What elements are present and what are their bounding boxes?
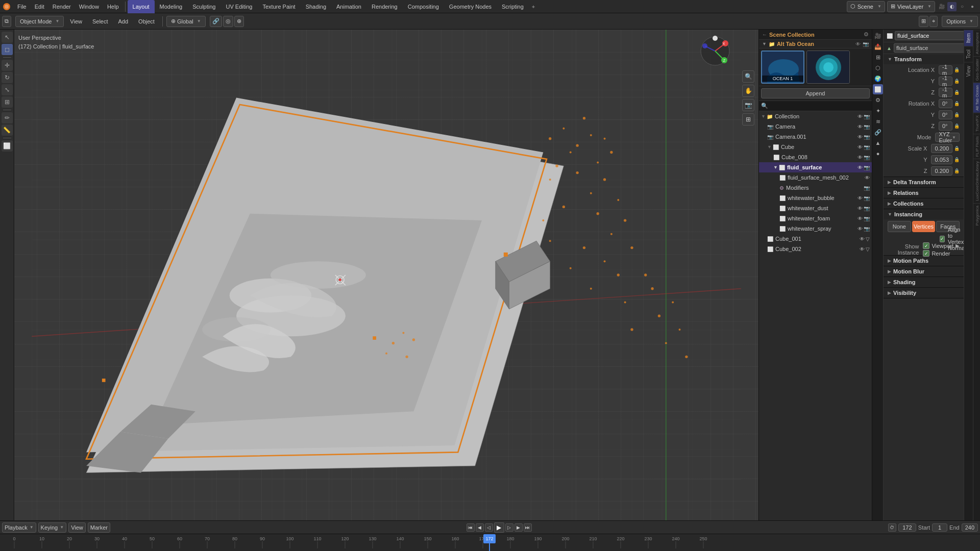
transform-header[interactable]: ▼ Transform <box>884 54 964 64</box>
cursor-tool[interactable]: ↖ <box>2 32 13 43</box>
tab-texture-paint[interactable]: Texture Paint <box>257 0 300 13</box>
scene-props-icon[interactable]: ⬡ <box>873 63 883 73</box>
view-tl-dropdown[interactable]: View <box>68 522 86 533</box>
append-button[interactable]: Append <box>761 88 870 98</box>
viewport-shading-render[interactable]: ● <box>968 2 977 11</box>
rot-lock-z-btn[interactable]: 🔒 <box>954 123 960 129</box>
options-btn[interactable]: Options ▼ <box>942 16 978 27</box>
grid-view-btn[interactable]: ⊞ <box>742 113 754 126</box>
viewlayer-dropdown[interactable]: ⊞ ViewLayer ▼ <box>887 1 935 12</box>
pan-btn[interactable]: ✋ <box>742 85 754 97</box>
viewport-shading-solid[interactable]: ◐ <box>947 2 957 11</box>
move-tool[interactable]: ✛ <box>2 60 13 71</box>
ol-item-collection[interactable]: ▼ 📁 Collection 👁 📷 <box>759 111 872 121</box>
rot-lock-x-btn[interactable]: 🔒 <box>954 101 960 106</box>
camera-btn[interactable]: 📷 <box>742 99 754 111</box>
scene-dropdown[interactable]: ⬡ Scene ▼ <box>847 1 885 12</box>
viewport-arrow[interactable]: ▶ <box>955 243 960 248</box>
scale-lock-y-btn[interactable]: 🔒 <box>954 157 960 162</box>
location-y-value[interactable]: -1 m <box>939 77 952 86</box>
vt-item-tab[interactable]: Item <box>964 30 973 46</box>
material-icon[interactable]: ● <box>873 148 883 159</box>
align-vertex-normal-cb[interactable] <box>940 236 945 242</box>
menu-render[interactable]: Render <box>48 0 75 13</box>
outliner-search-input[interactable] <box>770 103 870 109</box>
render-icon[interactable]: 📷 <box>863 41 869 47</box>
editor-type-button[interactable]: ⧉ <box>2 16 11 27</box>
view-menu[interactable]: View <box>66 15 86 28</box>
ol-item-camera[interactable]: 📷 Camera 👁 📷 <box>759 121 872 132</box>
data-name-input[interactable] <box>894 43 964 53</box>
jump-start-btn[interactable]: ⏮ <box>467 523 475 532</box>
collections-header[interactable]: ▶ Collections <box>884 198 964 209</box>
tab-rendering[interactable]: Rendering <box>366 0 403 13</box>
add-workspace-button[interactable]: + <box>529 4 538 10</box>
rotate-tool[interactable]: ↻ <box>2 72 13 83</box>
playback-dropdown[interactable]: Playback ▼ <box>2 522 36 533</box>
ol-item-whitewater-foam[interactable]: ⬜ whitewater_foam 👁 📷 <box>759 213 872 223</box>
scale-lock-x-btn[interactable]: 🔒 <box>954 146 960 151</box>
start-frame-input[interactable]: 1 <box>932 523 947 532</box>
modifier-props-icon[interactable]: ⚙ <box>873 95 883 105</box>
constraints-icon[interactable]: 🔗 <box>873 127 883 137</box>
ss-alt-tab[interactable]: All Tab Ocean <box>973 83 980 113</box>
motion-blur-header[interactable]: ▶ Motion Blur <box>884 266 964 277</box>
rotation-y-value[interactable]: 0° <box>939 110 952 119</box>
ol-item-fluid-mesh[interactable]: ⬜ fluid_surface_mesh_002 👁 <box>759 172 872 183</box>
ol-item-camera-001[interactable]: 📷 Camera.001 👁 📷 <box>759 132 872 142</box>
tab-shading[interactable]: Shading <box>301 0 331 13</box>
ss-flip-fluids[interactable]: FLIP Fluids <box>973 134 980 159</box>
zoom-in-btn[interactable]: 🔍 <box>742 70 754 83</box>
thumb-ocean1[interactable]: OCEAN 1 <box>761 51 804 84</box>
tab-layout[interactable]: Layout <box>128 0 155 13</box>
delta-transform-header[interactable]: ▶ Delta Transform <box>884 177 964 187</box>
jump-end-btn[interactable]: ⏭ <box>524 523 532 532</box>
ol-item-cube001[interactable]: ⬜ Cube_001 👁 ▽ <box>759 234 872 244</box>
ss-geo-scatter[interactable]: Geo-Scatter <box>973 56 980 83</box>
instancing-vertices-btn[interactable]: Vertices <box>912 221 936 232</box>
viewport[interactable]: User Perspective (172) Collection | flui… <box>14 30 758 520</box>
menu-edit[interactable]: Edit <box>31 0 48 13</box>
render-instance-cb[interactable] <box>923 250 929 257</box>
object-menu[interactable]: Object <box>134 15 159 28</box>
rotation-mode-dropdown[interactable]: XYZ Euler ▼ <box>935 133 960 142</box>
select-box-tool[interactable]: ◻ <box>2 44 13 55</box>
ol-item-whitewater-spray[interactable]: ⬜ whitewater_spray 👁 📷 <box>759 223 872 234</box>
lock-z-btn[interactable]: 🔒 <box>954 90 960 95</box>
eye-icon[interactable]: 👁 <box>855 41 861 47</box>
world-props-icon[interactable]: 🌍 <box>873 73 883 84</box>
tab-sculpting[interactable]: Sculpting <box>187 0 220 13</box>
transform-pivot-btn[interactable]: ⊕ <box>234 16 244 27</box>
particles-icon[interactable]: ✦ <box>873 106 883 116</box>
location-z-value[interactable]: -1 m <box>939 88 952 97</box>
select-menu[interactable]: Select <box>88 15 112 28</box>
tab-geometry-nodes[interactable]: Geometry Nodes <box>444 0 497 13</box>
next-frame-btn[interactable]: ▶ <box>514 523 523 532</box>
shading-header[interactable]: ▶ Shading <box>884 277 964 287</box>
vt-tool-tab[interactable]: Tool <box>964 46 973 62</box>
scale-lock-z-btn[interactable]: 🔒 <box>954 168 960 173</box>
tab-compositing[interactable]: Compositing <box>403 0 444 13</box>
location-x-value[interactable]: -1 m <box>939 65 952 74</box>
viewport-instance-cb[interactable] <box>923 242 929 249</box>
viewport-shading-material[interactable]: ○ <box>958 2 967 11</box>
relations-header[interactable]: ▶ Relations <box>884 188 964 198</box>
instancing-none-btn[interactable]: None <box>888 221 911 232</box>
view-layer-icon[interactable]: ⊞ <box>873 52 883 62</box>
transform-tool[interactable]: ⊞ <box>2 96 13 108</box>
ss-truevfx[interactable]: TrueVFX <box>973 113 980 134</box>
object-name-input[interactable] <box>895 31 964 40</box>
data-icon[interactable]: ▲ <box>873 138 883 148</box>
gizmo-btn[interactable]: ⌖ <box>929 16 938 27</box>
keying-dropdown[interactable]: Keying ▼ <box>38 522 67 533</box>
menu-file[interactable]: File <box>13 0 31 13</box>
tab-scripting[interactable]: Scripting <box>497 0 529 13</box>
snap-btn[interactable]: 🔗 <box>210 16 222 27</box>
lock-y-btn[interactable]: 🔒 <box>954 79 960 84</box>
rotation-x-value[interactable]: 0° <box>939 99 952 108</box>
lock-x-btn[interactable]: 🔒 <box>954 67 960 72</box>
prev-frame-btn[interactable]: ◀ <box>476 523 484 532</box>
proportional-btn[interactable]: ◎ <box>223 16 233 27</box>
rotation-z-value[interactable]: 0° <box>939 121 952 131</box>
current-frame-display[interactable]: 172 <box>898 523 916 532</box>
